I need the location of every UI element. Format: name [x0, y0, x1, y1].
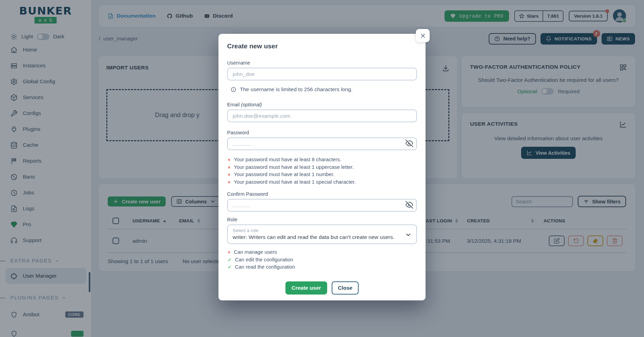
- password-label: Password: [227, 130, 417, 136]
- email-label: Email (optional): [227, 102, 417, 108]
- username-note: The username is limited to 256 character…: [227, 86, 417, 93]
- modal-title: Create new user: [227, 42, 417, 50]
- email-field[interactable]: [227, 109, 417, 122]
- role-selected-value: writer: Writers can edit and read the da…: [233, 234, 402, 240]
- role-select[interactable]: Select a role writer: Writers can edit a…: [227, 224, 417, 244]
- close-icon[interactable]: [416, 29, 430, 42]
- chevron-down-icon: [405, 231, 412, 238]
- check-icon: ✓: [228, 264, 232, 271]
- role-select-placeholder: Select a role: [233, 228, 402, 233]
- username-field[interactable]: [227, 68, 417, 80]
- confirm-password-field[interactable]: [227, 199, 417, 212]
- password-field[interactable]: [227, 137, 417, 150]
- info-icon: [231, 87, 236, 93]
- username-label: Username: [227, 60, 417, 66]
- role-permissions: ×Can manage users ✓Can edit the configur…: [227, 249, 417, 271]
- error-x-icon: ×: [228, 164, 231, 171]
- error-x-icon: ×: [228, 156, 231, 164]
- error-x-icon: ×: [228, 179, 231, 186]
- eye-off-icon[interactable]: [403, 200, 415, 210]
- close-button[interactable]: Close: [332, 281, 359, 295]
- create-user-modal: Create new user Username The username is…: [218, 34, 426, 300]
- check-icon: ✓: [228, 257, 232, 264]
- role-label: Role: [227, 217, 417, 223]
- error-x-icon: ×: [228, 171, 231, 179]
- error-x-icon: ×: [228, 249, 231, 256]
- password-errors: ×Your password must have at least 8 char…: [227, 156, 417, 186]
- confirm-password-label: Confirm Password: [227, 191, 417, 197]
- eye-off-icon[interactable]: [403, 138, 415, 148]
- create-user-button[interactable]: Create user: [285, 281, 327, 295]
- modal-footer: Create user Close: [227, 281, 417, 295]
